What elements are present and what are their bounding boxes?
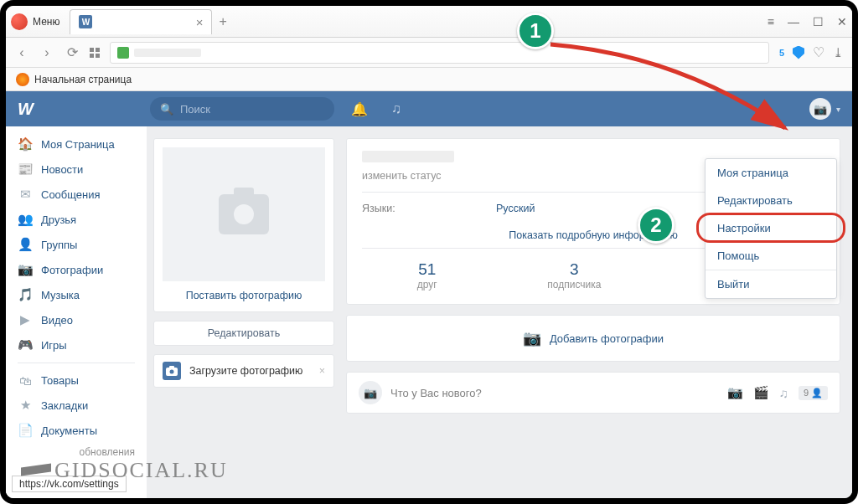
- sidebar-item[interactable]: 📷Фотографии: [6, 257, 147, 282]
- dropdown-item[interactable]: Моя страница: [706, 159, 836, 187]
- sidebar-label: Видео: [41, 314, 73, 327]
- dropdown-item[interactable]: Редактировать: [706, 187, 836, 214]
- sidebar: 🏠Моя Страница📰Новости✉Сообщения👥Друзья👤Г…: [6, 126, 147, 504]
- download-icon[interactable]: ⤓: [833, 45, 844, 60]
- languages-label: Языки:: [362, 203, 479, 214]
- firefox-icon: [16, 73, 29, 86]
- menu-button[interactable]: Меню: [33, 16, 59, 28]
- sidebar-item[interactable]: ✉Сообщения: [6, 182, 147, 207]
- sidebar-icon: 👤: [18, 237, 33, 252]
- stat-number: 51: [417, 260, 437, 279]
- photo-placeholder[interactable]: [163, 147, 325, 281]
- sidebar-label: Группы: [41, 239, 77, 251]
- set-photo-link[interactable]: Поставить фотографию: [163, 281, 325, 303]
- sidebar-item[interactable]: 🛍Товары: [6, 368, 147, 393]
- stat-item[interactable]: 3подписчика: [547, 260, 601, 291]
- music-icon[interactable]: ♫: [391, 101, 401, 117]
- opera-icon[interactable]: [11, 13, 28, 30]
- stat-label: подписчика: [547, 279, 601, 291]
- sidebar-item[interactable]: 🏠Моя Страница: [6, 131, 147, 157]
- heart-icon[interactable]: ♡: [813, 44, 824, 60]
- bookmarks-bar: Начальная страница: [6, 68, 852, 91]
- languages-value[interactable]: Русский: [496, 203, 535, 214]
- attach-music-icon[interactable]: ♫: [779, 386, 788, 400]
- shield-icon[interactable]: [793, 46, 804, 59]
- avatar[interactable]: 📷: [809, 98, 831, 120]
- camera-icon: 📷: [523, 329, 541, 347]
- sidebar-item[interactable]: 📰Новости: [6, 157, 147, 182]
- search-placeholder: Поиск: [180, 103, 210, 116]
- sidebar-icon: 📷: [18, 262, 33, 277]
- updates-link[interactable]: обновления: [6, 443, 147, 461]
- sidebar-icon: 🏠: [18, 136, 33, 152]
- profile-dropdown: Моя страницаРедактироватьНастройкиПомощь…: [705, 158, 837, 299]
- post-people-count[interactable]: 9 👤: [799, 386, 828, 400]
- sidebar-icon: ▶: [18, 312, 33, 327]
- browser-tab[interactable]: W ×: [70, 9, 212, 34]
- divider: [18, 363, 135, 363]
- sidebar-item[interactable]: 📄Документы: [6, 418, 147, 443]
- back-button[interactable]: ‹: [14, 45, 29, 60]
- attach-photo-icon[interactable]: 📷: [727, 385, 743, 400]
- sidebar-label: Музыка: [41, 289, 80, 301]
- change-status-link[interactable]: изменить статус: [362, 170, 442, 182]
- vk-favicon: W: [79, 15, 92, 28]
- tab-close-icon[interactable]: ×: [196, 15, 204, 29]
- sidebar-item[interactable]: 🎮Игры: [6, 332, 147, 357]
- close-window-button[interactable]: ✕: [837, 15, 847, 28]
- close-icon[interactable]: ×: [319, 365, 325, 377]
- search-icon: 🔍: [160, 103, 173, 116]
- bookmark-home[interactable]: Начальная страница: [34, 74, 132, 85]
- sidebar-item[interactable]: ★Закладки: [6, 393, 147, 418]
- add-photos-label: Добавить фотографии: [550, 332, 664, 345]
- sidebar-label: Товары: [41, 374, 79, 387]
- new-tab-button[interactable]: +: [219, 14, 226, 29]
- post-placeholder: Что у Вас нового?: [390, 387, 482, 399]
- vk-header: W 🔍 Поиск 🔔 ♫ 📷 ▾: [6, 91, 852, 126]
- sidebar-label: Сообщения: [41, 188, 101, 201]
- dropdown-item[interactable]: Выйти: [706, 270, 836, 298]
- minimize-button[interactable]: —: [788, 15, 799, 28]
- sidebar-icon: ✉: [18, 187, 33, 202]
- dropdown-item[interactable]: Помощь: [706, 242, 836, 270]
- attach-video-icon[interactable]: 🎬: [753, 385, 769, 400]
- lock-icon: [117, 47, 129, 59]
- profile-name: [362, 151, 454, 162]
- post-input[interactable]: 📷 Что у Вас нового? 📷 🎬 ♫ 9 👤: [346, 372, 840, 414]
- sidebar-item[interactable]: 👥Друзья: [6, 207, 147, 232]
- camera-icon: [219, 194, 269, 234]
- upload-photo-label: Загрузите фотографию: [189, 365, 302, 377]
- url-field[interactable]: [110, 42, 769, 64]
- svg-point-2: [170, 370, 174, 374]
- camera-square-icon: [163, 362, 181, 380]
- sidebar-item[interactable]: ▶Видео: [6, 307, 147, 332]
- sidebar-label: Новости: [41, 163, 83, 176]
- reload-button[interactable]: ⟳: [65, 44, 80, 60]
- dropdown-item[interactable]: Настройки: [706, 214, 836, 242]
- forward-button[interactable]: ›: [39, 45, 54, 60]
- sidebar-icon: 📄: [18, 423, 33, 438]
- post-avatar: 📷: [359, 381, 382, 404]
- maximize-button[interactable]: ☐: [813, 15, 824, 28]
- sidebar-label: Друзья: [41, 213, 76, 226]
- photo-column: Поставить фотографию Редактировать Загру…: [147, 126, 341, 504]
- add-photos-button[interactable]: 📷 Добавить фотографии: [346, 315, 840, 362]
- sidebar-icon: ★: [18, 398, 33, 413]
- edit-profile-button[interactable]: Редактировать: [153, 321, 334, 346]
- stat-label: друг: [417, 279, 437, 291]
- sidebar-label: Документы: [41, 424, 97, 437]
- search-input[interactable]: 🔍 Поиск: [150, 97, 334, 121]
- upload-photo-box[interactable]: Загрузите фотографию ×: [153, 354, 334, 388]
- customize-icon[interactable]: ≡: [768, 15, 774, 28]
- url-text: [134, 49, 201, 57]
- sidebar-item[interactable]: 🎵Музыка: [6, 282, 147, 307]
- sidebar-label: Моя Страница: [41, 138, 115, 151]
- speed-dial-icon[interactable]: [90, 48, 100, 58]
- bell-icon[interactable]: 🔔: [351, 101, 368, 117]
- sidebar-item[interactable]: 👤Группы: [6, 232, 147, 257]
- stat-item[interactable]: 51друг: [417, 260, 437, 291]
- sidebar-icon: 🛍: [18, 373, 33, 388]
- chevron-down-icon[interactable]: ▾: [836, 105, 840, 114]
- sidebar-label: Закладки: [41, 399, 88, 412]
- vk-logo[interactable]: W: [18, 100, 33, 119]
